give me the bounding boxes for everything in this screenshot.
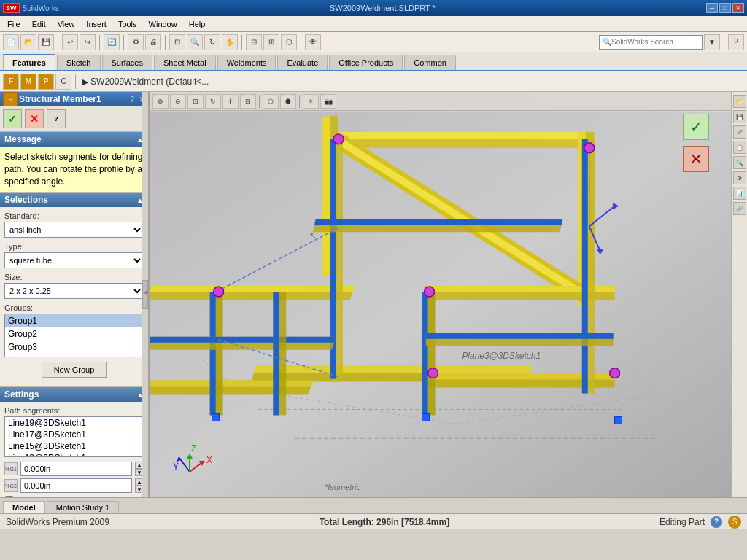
mirror-checkbox[interactable] bbox=[4, 496, 14, 497]
rt-btn6[interactable]: ⚙ bbox=[733, 171, 746, 184]
offset1-input[interactable] bbox=[20, 462, 132, 476]
zoom-fit-vp-button[interactable]: ⊡ bbox=[187, 94, 204, 109]
sw-logo: SW bbox=[3, 3, 20, 13]
group1-item[interactable]: Group1 bbox=[5, 314, 143, 327]
close-button[interactable]: ✕ bbox=[732, 3, 744, 13]
camera-button[interactable]: 📷 bbox=[320, 94, 336, 109]
view-orient-button[interactable]: ⊞ bbox=[263, 34, 279, 50]
fm-icon2[interactable]: M bbox=[20, 74, 36, 90]
redo-button[interactable]: ↪ bbox=[80, 34, 96, 50]
rt-btn1[interactable]: 📁 bbox=[733, 95, 746, 108]
tab-evaluate[interactable]: Evaluate bbox=[277, 55, 328, 70]
menu-edit[interactable]: Edit bbox=[26, 18, 52, 30]
rt-btn7[interactable]: 📊 bbox=[733, 187, 746, 200]
save-button[interactable]: 💾 bbox=[38, 34, 54, 50]
pan-button[interactable]: ✋ bbox=[222, 34, 238, 50]
menu-window[interactable]: Window bbox=[143, 18, 183, 30]
menu-help[interactable]: Help bbox=[183, 18, 212, 30]
shading-button[interactable]: ⬡ bbox=[263, 94, 279, 109]
zoom-area-button[interactable]: 🔍 bbox=[187, 34, 203, 50]
rotate-button[interactable]: ↻ bbox=[204, 34, 220, 50]
zoom-fit-button[interactable]: ⊡ bbox=[169, 34, 185, 50]
new-group-button[interactable]: New Group bbox=[42, 362, 107, 378]
wireframe-button[interactable]: ⬢ bbox=[280, 94, 296, 109]
search-dropdown[interactable]: ▼ bbox=[704, 34, 720, 50]
search-icon: 🔍 bbox=[603, 38, 611, 46]
splitter-handle[interactable]: ◀▶ bbox=[142, 280, 148, 309]
window-controls[interactable]: ─ □ ✕ bbox=[706, 3, 744, 13]
menu-tools[interactable]: Tools bbox=[112, 18, 143, 30]
svg-rect-38 bbox=[426, 333, 614, 339]
standard-select[interactable]: ansi inch bbox=[4, 222, 144, 238]
settings-section-header[interactable]: Settings ▲ bbox=[0, 387, 148, 402]
open-button[interactable]: 📂 bbox=[20, 34, 36, 50]
maximize-button[interactable]: □ bbox=[719, 3, 731, 13]
size-label: Size: bbox=[4, 273, 144, 281]
section-view-button[interactable]: ⊟ bbox=[246, 34, 262, 50]
tab-office-products[interactable]: Office Products bbox=[329, 55, 403, 70]
options-button[interactable]: ⚙ bbox=[128, 34, 144, 50]
3d-structure-svg: Plane3@3DSketch1 ↖ bbox=[150, 111, 731, 497]
rebuild-button[interactable]: 🔄 bbox=[104, 34, 120, 50]
tab-model[interactable]: Model bbox=[3, 501, 45, 513]
action-row: ✓ ✕ ? bbox=[0, 106, 148, 132]
fm-icon1[interactable]: F bbox=[3, 74, 19, 90]
tab-features[interactable]: Features bbox=[3, 54, 55, 70]
rt-btn5[interactable]: 🔍 bbox=[733, 156, 746, 169]
toolbar-sep4 bbox=[165, 35, 166, 50]
tab-sketch[interactable]: Sketch bbox=[57, 55, 101, 70]
menu-file[interactable]: File bbox=[1, 18, 26, 30]
zoom-out-button[interactable]: ⊖ bbox=[170, 94, 186, 109]
accept-button[interactable]: ✓ bbox=[683, 114, 709, 140]
minimize-button[interactable]: ─ bbox=[706, 3, 718, 13]
tab-weldments[interactable]: Weldments bbox=[217, 55, 276, 70]
vt-sep2 bbox=[299, 95, 300, 108]
svg-point-44 bbox=[333, 134, 344, 144]
rotate-vp-button[interactable]: ↻ bbox=[205, 94, 221, 109]
undo-button[interactable]: ↩ bbox=[62, 34, 78, 50]
panel-help-link[interactable]: ? bbox=[130, 95, 134, 104]
fm-icon4[interactable]: C bbox=[55, 74, 71, 90]
selections-section-header[interactable]: Selections ▲ bbox=[0, 192, 148, 207]
right-toolbar: 📁 💾 🖊 📋 🔍 ⚙ 📊 🔗 bbox=[731, 92, 747, 497]
ok-button[interactable]: ✓ bbox=[3, 109, 22, 128]
type-select[interactable]: square tube bbox=[4, 252, 144, 268]
menu-insert[interactable]: Insert bbox=[80, 18, 112, 30]
rt-btn2[interactable]: 💾 bbox=[733, 110, 746, 123]
fm-icon-structural[interactable]: S bbox=[3, 92, 18, 106]
standard-label: Standard: bbox=[4, 211, 144, 220]
display-style-button[interactable]: ⬡ bbox=[281, 34, 297, 50]
svg-rect-8 bbox=[324, 132, 595, 139]
rt-btn4[interactable]: 📋 bbox=[733, 141, 746, 154]
path-item-1: Line19@3DSketch1 bbox=[5, 417, 143, 429]
zoom-in-button[interactable]: ⊕ bbox=[152, 94, 169, 109]
size-select[interactable]: 2 x 2 x 0.25 bbox=[4, 283, 144, 299]
message-section-header[interactable]: Message ▲ bbox=[0, 132, 148, 147]
help-action-button[interactable]: ? bbox=[47, 109, 66, 128]
title-left: SW SolidWorks bbox=[3, 3, 59, 13]
fm-icon3[interactable]: P bbox=[38, 74, 54, 90]
tab-motion-study[interactable]: Motion Study 1 bbox=[47, 501, 119, 513]
tab-surfaces[interactable]: Surfaces bbox=[102, 55, 152, 70]
section-vp-button[interactable]: ⊟ bbox=[240, 94, 256, 109]
reject-button[interactable]: ✕ bbox=[683, 146, 709, 172]
tab-sheet-metal[interactable]: Sheet Metal bbox=[154, 55, 216, 70]
svg-rect-34 bbox=[314, 219, 562, 225]
group3-item[interactable]: Group3 bbox=[5, 341, 143, 354]
cancel-button[interactable]: ✕ bbox=[25, 109, 44, 128]
help-button[interactable]: ? bbox=[728, 34, 744, 50]
print-button[interactable]: 🖨 bbox=[145, 34, 161, 50]
light-button[interactable]: ☀ bbox=[303, 94, 319, 109]
menu-view[interactable]: View bbox=[52, 18, 81, 30]
rt-btn3[interactable]: 🖊 bbox=[733, 125, 746, 139]
search-input[interactable] bbox=[611, 38, 699, 46]
rt-btn8[interactable]: 🔗 bbox=[733, 202, 746, 215]
pan-vp-button[interactable]: ✛ bbox=[222, 94, 239, 109]
hide-show-button[interactable]: 👁 bbox=[305, 34, 321, 50]
tab-common[interactable]: Common bbox=[404, 55, 456, 70]
new-button[interactable]: 📄 bbox=[3, 34, 19, 50]
group2-item[interactable]: Group2 bbox=[5, 327, 143, 341]
svg-rect-51 bbox=[615, 416, 622, 424]
offset2-input[interactable] bbox=[20, 478, 132, 493]
status-help-button[interactable]: ? bbox=[711, 516, 722, 528]
